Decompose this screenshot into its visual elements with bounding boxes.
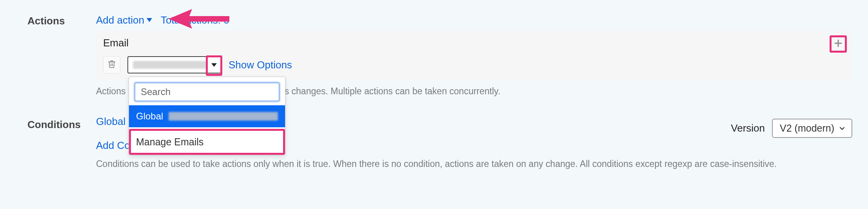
chevron-down-icon <box>838 125 846 132</box>
dropdown-option-prefix: Global <box>136 111 163 122</box>
caret-down-icon <box>147 18 152 22</box>
dropdown-search-input[interactable] <box>134 82 280 101</box>
email-panel-title: Email <box>103 37 845 49</box>
email-action-panel: Email Show Options <box>96 31 852 81</box>
plus-icon <box>833 38 843 50</box>
add-action-dropdown[interactable]: Add action <box>96 14 152 26</box>
actions-section-label: Actions <box>27 12 96 27</box>
email-recipient-value <box>133 61 207 69</box>
conditions-help-text: Conditions can be used to take actions o… <box>96 159 852 169</box>
version-select[interactable]: V2 (modern) <box>772 119 852 138</box>
version-value: V2 (modern) <box>780 123 834 134</box>
add-action-label: Add action <box>96 14 144 26</box>
manage-emails-option[interactable]: Manage Emails <box>129 130 285 155</box>
delete-action-button[interactable] <box>103 56 120 73</box>
conditions-section-label: Conditions <box>27 116 96 131</box>
caret-down-icon <box>211 63 217 67</box>
total-actions-text: Total Actions: 0 <box>161 14 229 26</box>
dropdown-option-selected[interactable]: Global <box>129 105 285 127</box>
show-options-link[interactable]: Show Options <box>229 59 292 71</box>
trash-icon <box>107 60 116 70</box>
email-select-dropdown: Global Manage Emails <box>129 77 285 155</box>
email-recipient-select[interactable] <box>127 56 222 73</box>
add-action-instance-button[interactable] <box>830 35 847 53</box>
dropdown-option-blurred <box>169 112 278 121</box>
version-label: Version <box>731 122 765 134</box>
